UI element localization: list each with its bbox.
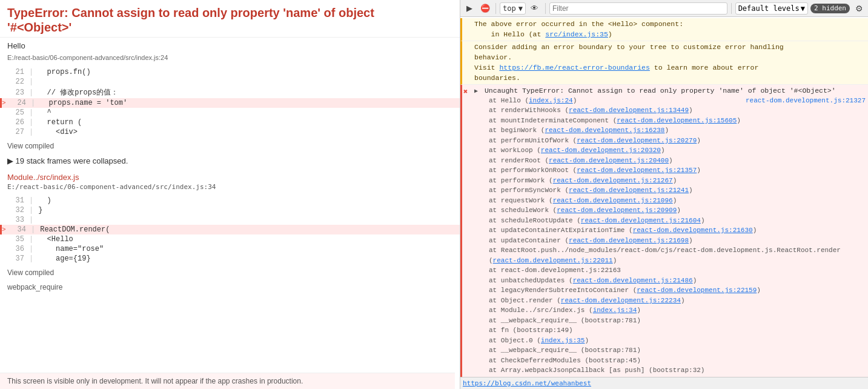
stack-frame: at renderRoot (react-dom.development.js:… (486, 156, 866, 166)
stack-link[interactable]: react-dom.development.js:22159 (637, 287, 757, 294)
stack-link[interactable]: react-dom.development.js:21698 (569, 237, 689, 244)
line-separator: | (29, 78, 33, 86)
error-title: TypeError: Cannot assign to read only pr… (7, 5, 452, 21)
stack-frame: at unbatchedUpdates (react-dom.developme… (486, 276, 866, 286)
bottom-url[interactable]: https://blog.csdn.net/weahanbest (463, 379, 591, 387)
line-number: 26 (7, 118, 29, 127)
devtools-toolbar: ▶ ⛔ top ▼ 👁 Default levels ▼ 2 hidden ⚙ (460, 0, 868, 17)
warn-text-2: Consider adding an error boundary to you… (474, 43, 784, 82)
stack-frame: at Module../src/index.js (index.js:34) (486, 305, 866, 316)
line-number: 32 (7, 206, 29, 214)
console-bottom-bar: https://blog.csdn.net/weahanbest (460, 377, 868, 389)
code-line: 33| (0, 215, 460, 225)
stack-frame: at performWorkOnRoot (react-dom.developm… (486, 165, 866, 176)
line-number: 25 (7, 108, 29, 117)
stack-frame: at updateContainer (react-dom.developmen… (486, 236, 866, 246)
filter-input[interactable] (549, 2, 727, 15)
line-number: 24 (9, 99, 31, 107)
link-index-35[interactable]: src/index.js:35 (545, 30, 608, 38)
line-number: 21 (7, 68, 29, 76)
stack-link[interactable]: index.js:34 (593, 307, 637, 314)
line-code: ReactDOM.render( (40, 225, 110, 234)
bottom-bar: This screen is visible only in developme… (0, 373, 455, 389)
stack-link[interactable]: react-dom.development.js:21604 (581, 217, 701, 224)
bottom-bar-text: This screen is visible only in developme… (7, 377, 303, 385)
line-code: <div> (38, 128, 78, 136)
line-separator: | (29, 216, 33, 224)
stack-link[interactable]: react-dom.development.js:20909 (557, 207, 677, 214)
line-arrow (0, 78, 7, 85)
code-line: 22| (0, 77, 460, 87)
stack-link[interactable]: react-dom.development.js:21096 (553, 197, 673, 204)
line-separator: | (31, 225, 35, 234)
line-separator: | (29, 108, 33, 117)
line-number: 35 (7, 235, 29, 244)
stack-link[interactable]: react-dom.development.js:13449 (569, 107, 689, 114)
line-separator: | (29, 118, 33, 127)
stack-frame: at scheduleRootUpdate (react-dom.develop… (486, 216, 866, 226)
stack-frame: at Array.webpackJsonpCallback [as push] … (486, 365, 866, 376)
view-compiled-2[interactable]: View compiled (0, 266, 460, 279)
context-label: top (503, 4, 516, 13)
line-separator: | (31, 99, 35, 107)
settings-button[interactable]: ⚙ (852, 2, 866, 15)
error-expand-arrow[interactable]: ▶ (474, 88, 478, 95)
stack-link[interactable]: index.js:35 (541, 337, 585, 344)
line-arrow (0, 89, 7, 96)
collapsed-frames[interactable]: ▶ 19 stack frames were collapsed. (0, 153, 460, 169)
stack-link[interactable]: react-dom.development.js:21630 (633, 227, 753, 234)
stack-link[interactable]: index.js:24 (529, 97, 573, 104)
stack-link[interactable]: react-dom.development.js:20279 (577, 137, 697, 144)
stack-link[interactable]: react-dom.development.js:22011 (493, 257, 613, 264)
module-path: E:/react-basic/06-component-advanced/src… (0, 183, 460, 193)
line-arrow (0, 236, 7, 243)
stack-link[interactable]: react-dom.development.js:15605 (617, 117, 737, 124)
line-arrow (0, 207, 7, 214)
line-code: name="rose" (38, 245, 104, 253)
line-arrow (0, 128, 7, 136)
stack-frame: at CheckDeferredModules (bootstrap:45) (486, 356, 866, 366)
eye-button[interactable]: 👁 (528, 2, 542, 15)
stack-link[interactable]: react-dom.development.js:20400 (549, 157, 669, 164)
stack-link[interactable]: react-dom.development.js:16238 (545, 127, 664, 134)
line-separator: | (29, 235, 33, 244)
line-arrow (0, 109, 7, 116)
link-fb-react[interactable]: https://fb.me/react-error-boundaries (499, 64, 649, 71)
stack-frame: at requestWork (react-dom.development.js… (486, 196, 866, 206)
stack-link[interactable]: react-dom.development.js:22234 (561, 297, 681, 304)
stack-frame: at react-dom.development.js:22163 (486, 265, 866, 276)
line-arrow (0, 68, 7, 76)
line-arrow: > (2, 99, 9, 107)
right-panel: ▶ ⛔ top ▼ 👁 Default levels ▼ 2 hidden ⚙ … (460, 0, 868, 389)
console-output[interactable]: The above error occurred in the <Hello> … (460, 17, 868, 377)
stack-frame: at updateContainerAtExpirationTime (reac… (486, 225, 866, 236)
error-source-link[interactable]: react-dom.development.js:21327 (746, 96, 866, 106)
record-button[interactable]: ▶ (463, 2, 476, 15)
line-code: ^ (38, 108, 51, 117)
stack-frame: at scheduleWork (react-dom.development.j… (486, 205, 866, 216)
stack-link[interactable]: react-dom.development.js:21241 (569, 187, 689, 194)
code-line: 23| // 修改props的值： (0, 87, 460, 98)
line-arrow (0, 216, 7, 224)
log-level-selector[interactable]: Default levels ▼ (735, 2, 808, 15)
code-line: 27| <div> (0, 127, 460, 137)
line-code: props.fn() (38, 68, 90, 76)
stack-link[interactable]: react-dom.development.js:21486 (573, 277, 693, 284)
error-subtitle: '#<Object>' (7, 21, 452, 35)
line-number: 34 (9, 225, 31, 234)
left-scrollable: Hello E:/react-basic/06-component-advanc… (0, 38, 460, 389)
line-arrow (0, 245, 7, 253)
stack-link[interactable]: react-dom.development.js:21267 (553, 177, 673, 184)
console-warn-1: The above error occurred in the <Hello> … (460, 18, 868, 41)
error-header: TypeError: Cannot assign to read only pr… (0, 0, 460, 38)
view-compiled-1[interactable]: View compiled (0, 139, 460, 153)
stack-link[interactable]: react-dom.development.js:20320 (541, 147, 661, 154)
stack-frame: at legacyRenderSubtreeIntoContainer (rea… (486, 285, 866, 296)
code-line: 21| props.fn() (0, 67, 460, 77)
stack-frame: at __webpack_require__ (bootstrap:781) (486, 316, 866, 326)
code-line: 32|} (0, 205, 460, 215)
stack-link[interactable]: react-dom.development.js:21357 (577, 167, 697, 174)
clear-button[interactable]: ⛔ (479, 2, 492, 15)
context-selector[interactable]: top ▼ (500, 2, 526, 15)
stack-frame: at main.chunk.js:1 (486, 376, 866, 377)
